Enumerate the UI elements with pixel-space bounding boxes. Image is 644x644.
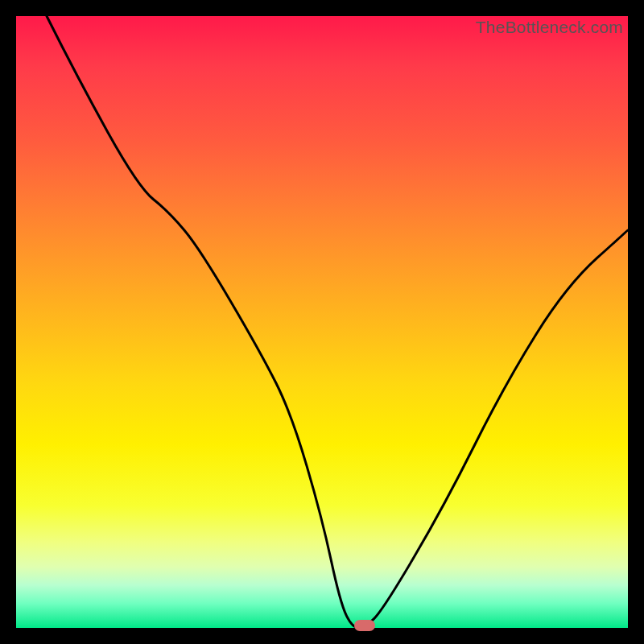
chart-frame: TheBottleneck.com [0,0,644,644]
curve-path [47,16,628,628]
optimal-marker [354,620,375,631]
bottleneck-curve [16,16,628,628]
